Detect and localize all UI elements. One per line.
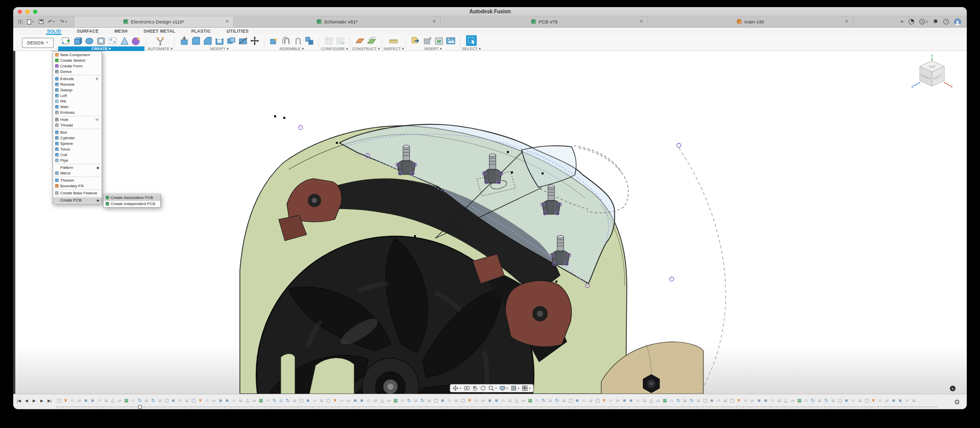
timeline-feature-icon[interactable]: ↻ (541, 397, 547, 404)
timeline-feature-icon[interactable]: ▢ (702, 397, 708, 404)
go-to-end-button[interactable]: ▶| (46, 397, 53, 404)
menu-item-hole[interactable]: HoleH (53, 117, 102, 122)
sketch-point[interactable] (511, 171, 513, 173)
move-copy-icon[interactable] (249, 35, 260, 46)
timeline-feature-icon[interactable]: ∩ (447, 397, 452, 404)
timeline-feature-icon[interactable]: ■ (494, 397, 499, 404)
as-built-joint-icon[interactable] (292, 35, 303, 46)
sketch-circle-point[interactable] (677, 143, 681, 147)
timeline-feature-icon[interactable]: ↻ (420, 397, 425, 404)
timeline-feature-icon[interactable]: ▦ (797, 397, 802, 404)
menu-item-mirror[interactable]: Mirror (53, 170, 102, 176)
timeline-feature-icon[interactable]: ▦ (124, 397, 129, 404)
timeline-feature-icon[interactable]: ∩ (716, 397, 721, 404)
menu-item-thread[interactable]: Thread (53, 122, 102, 128)
job-status-icon[interactable]: ◷1 (919, 19, 928, 24)
play-button[interactable]: ▶ (31, 397, 38, 404)
timeline-feature-icon[interactable]: ∪ (278, 397, 284, 404)
save-icon[interactable] (39, 19, 43, 24)
timeline-scrubber-track[interactable] (56, 407, 938, 409)
timeline-feature-icon[interactable]: ▼ (601, 397, 607, 404)
viewport-canvas[interactable]: Y Z X TOP FRONT RIGHT ▼▼▼▼▼ ➤ (13, 51, 967, 394)
timeline-feature-icon[interactable]: ▢ (595, 397, 600, 404)
timeline-feature-icon[interactable]: ▱ (749, 397, 755, 404)
menu-item-pattern[interactable]: Pattern▶ (53, 165, 102, 170)
sketch-point[interactable] (542, 172, 544, 174)
timeline-feature-icon[interactable]: ↻ (285, 397, 290, 404)
timeline-feature-icon[interactable]: △ (783, 397, 789, 404)
timeline-feature-icon[interactable]: ▦ (393, 397, 398, 404)
timeline-feature-icon[interactable]: ∩ (231, 397, 237, 404)
timeline-feature-icon[interactable]: ■ (359, 397, 364, 404)
timeline-feature-icon[interactable]: ↻ (151, 397, 156, 404)
timeline-feature-icon[interactable]: ▱ (346, 397, 351, 404)
timeline-feature-icon[interactable]: ∩ (339, 397, 345, 404)
display-settings-icon[interactable]: ▼ (499, 385, 508, 391)
timeline-feature-icon[interactable]: ∪ (911, 397, 917, 404)
timeline-feature-icon[interactable]: ∪ (453, 397, 459, 404)
redo-icon[interactable]: ↷▼ (60, 19, 67, 24)
menu-item-web[interactable]: Web (53, 104, 102, 110)
joint-icon[interactable] (280, 35, 291, 46)
timeline-feature-icon[interactable]: ∪ (184, 397, 190, 404)
timeline-feature-icon[interactable]: ■ (756, 397, 762, 404)
create-sketch-icon[interactable] (61, 35, 71, 46)
timeline-feature-icon[interactable]: △ (244, 397, 250, 404)
timeline-feature-icon[interactable]: ∩ (743, 397, 748, 404)
viewports-icon[interactable]: ▼ (522, 385, 531, 391)
menu-item-sphere[interactable]: Sphere (53, 141, 102, 146)
offset-plane-icon[interactable] (355, 35, 365, 46)
create-form-icon[interactable] (131, 35, 142, 46)
timeline-feature-icon[interactable]: ∪ (238, 397, 243, 404)
timeline-feature-icon[interactable]: ■ (622, 397, 627, 404)
timeline-feature-icon[interactable]: ∩ (96, 397, 102, 404)
menu-item-rib[interactable]: Rib (53, 98, 102, 104)
timeline-feature-icon[interactable]: ▢ (729, 397, 735, 404)
grid-display-icon[interactable]: ▼ (510, 385, 520, 391)
timeline-feature-icon[interactable]: ■ (709, 397, 715, 404)
close-tab-icon[interactable]: ✕ (845, 19, 849, 24)
timeline-feature-icon[interactable]: ▼ (467, 397, 472, 404)
notifications-bell-icon[interactable] (933, 19, 938, 24)
menu-item-torus[interactable]: Torus (53, 146, 102, 152)
timeline-feature-icon[interactable]: ∪ (507, 397, 513, 404)
menu-item-boundary-fill[interactable]: Boundary Fill (53, 183, 102, 189)
timeline-feature-icon[interactable]: ■ (352, 397, 358, 404)
midplane-icon[interactable] (366, 35, 377, 46)
timeline-feature-icon[interactable]: ∪ (143, 397, 149, 404)
timeline-feature-icon[interactable]: ■ (574, 397, 580, 404)
sketch-point[interactable] (414, 235, 416, 237)
document-tab[interactable]: Electronics Design v119*✕ (75, 16, 234, 27)
document-tab[interactable]: main v30✕ (648, 16, 853, 27)
timeline-feature-icon[interactable]: ↻ (689, 397, 695, 404)
apps-grid-icon[interactable] (18, 19, 22, 24)
automate-icon[interactable] (155, 35, 165, 46)
timeline-settings-gear-icon[interactable] (954, 398, 960, 407)
combine-icon[interactable] (226, 35, 236, 46)
timeline-feature-icon[interactable]: ■ (225, 397, 230, 404)
step-back-button[interactable]: ◀ (23, 397, 30, 404)
menu-item-box[interactable]: Box (53, 130, 102, 135)
timeline-feature-icon[interactable]: ■ (170, 397, 176, 404)
timeline-feature-icon[interactable]: ∪ (318, 397, 324, 404)
timeline-feature-icon[interactable]: ▼ (198, 397, 203, 404)
close-tab-icon[interactable]: ✕ (225, 19, 229, 24)
timeline-feature-icon[interactable]: ∩ (265, 397, 271, 404)
step-forward-button[interactable]: ▶ (38, 397, 45, 404)
menu-item-derive[interactable]: Derive (53, 69, 102, 74)
tab-mesh[interactable]: MESH (113, 29, 129, 35)
timeline-feature-icon[interactable]: ∪ (426, 397, 432, 404)
timeline-feature-icon[interactable]: ∪ (817, 397, 822, 404)
extrude-icon[interactable] (72, 35, 83, 46)
timeline-feature-icon[interactable]: ∩ (366, 397, 372, 404)
timeline-feature-icon[interactable]: △ (514, 397, 520, 404)
profile-avatar[interactable] (954, 18, 961, 26)
menu-item-create-sketch[interactable]: Create Sketch (53, 58, 102, 63)
timeline-feature-icon[interactable]: ∪ (413, 397, 419, 404)
rib-icon[interactable] (119, 35, 130, 46)
timeline-feature-icon[interactable]: ∩ (474, 397, 479, 404)
insert-mesh-icon[interactable] (422, 35, 432, 46)
timeline-feature-icon[interactable]: ↻ (554, 397, 560, 404)
timeline-feature-icon[interactable]: ∪ (548, 397, 553, 404)
close-tab-icon[interactable]: ✕ (432, 19, 436, 24)
